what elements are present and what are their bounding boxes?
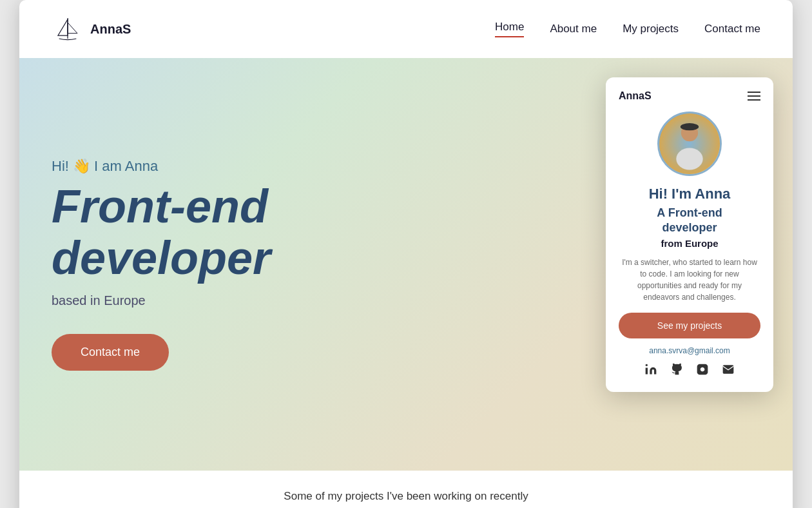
hamburger-line-1 — [748, 92, 760, 93]
nav-link-home[interactable]: Home — [495, 21, 524, 37]
hamburger-line-2 — [748, 95, 760, 97]
hero-content: Hi! 👋 I am Anna Front-end developer base… — [52, 158, 477, 370]
browser-frame: AnnaS Home About me My projects Contact … — [19, 0, 793, 508]
nav-links: Home About me My projects Contact me — [495, 21, 760, 37]
hero-cta-button[interactable]: Contact me — [52, 334, 169, 371]
nav-link-about[interactable]: About me — [550, 23, 597, 35]
navbar: AnnaS Home About me My projects Contact … — [19, 0, 793, 58]
sailboat-icon — [52, 13, 84, 45]
hero-greeting: Hi! 👋 I am Anna — [52, 158, 477, 175]
mobile-card-header: AnnaS — [619, 90, 760, 102]
svg-rect-4 — [681, 126, 699, 128]
svg-point-2 — [676, 148, 702, 170]
hero-subtitle: based in Europe — [52, 293, 477, 308]
avatar — [657, 112, 722, 176]
mobile-location: from Europe — [619, 238, 760, 249]
github-icon[interactable] — [670, 363, 683, 379]
mobile-bio: I'm a switcher, who started to learn how… — [619, 257, 760, 303]
nav-link-projects[interactable]: My projects — [623, 23, 679, 35]
nav-logo-text: AnnaS — [90, 22, 131, 37]
svg-point-5 — [646, 364, 648, 366]
mobile-email-link[interactable]: anna.svrva@gmail.com — [619, 346, 760, 355]
linkedin-icon[interactable] — [644, 363, 657, 379]
mobile-see-projects-button[interactable]: See my projects — [619, 313, 760, 338]
email-icon[interactable] — [722, 363, 735, 379]
projects-teaser: Some of my projects I've been working on… — [52, 490, 760, 503]
instagram-icon[interactable] — [696, 363, 709, 379]
avatar-image — [659, 112, 720, 176]
hamburger-line-3 — [748, 99, 760, 101]
mobile-hi: Hi! I'm Anna — [619, 186, 760, 202]
hamburger-menu[interactable] — [748, 92, 760, 101]
hero-section: Hi! 👋 I am Anna Front-end developer base… — [19, 58, 793, 471]
hero-title: Front-end developer — [52, 181, 477, 283]
nav-link-contact[interactable]: Contact me — [704, 23, 760, 35]
bottom-section: Some of my projects I've been working on… — [19, 471, 793, 508]
mobile-card: AnnaS — [606, 77, 773, 392]
nav-logo[interactable]: AnnaS — [52, 13, 131, 45]
mobile-social-links — [619, 363, 760, 379]
mobile-card-logo: AnnaS — [619, 90, 652, 102]
avatar-wrapper — [619, 112, 760, 176]
mobile-role: A Front-end developer — [619, 206, 760, 236]
